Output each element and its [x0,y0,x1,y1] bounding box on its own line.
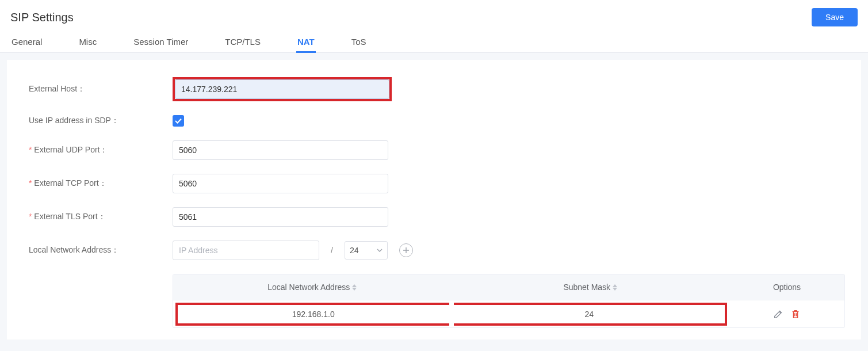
tab-tos[interactable]: ToS [350,31,368,52]
col-addr-header[interactable]: Local Network Address [267,283,350,292]
col-mask-header[interactable]: Subnet Mask [563,283,610,292]
row-mask-highlight: 24 [454,303,728,326]
ext-tcp-input[interactable] [173,174,388,193]
tab-tcp-tls[interactable]: TCP/TLS [224,31,262,52]
tab-nat[interactable]: NAT [296,31,316,52]
row-addr-highlight: 192.168.1.0 [175,303,449,326]
external-host-input[interactable] [175,79,389,99]
subnet-value: 24 [350,246,359,255]
sort-icon[interactable] [352,284,357,291]
save-button[interactable]: Save [812,8,858,26]
ext-udp-label: External UDP Port： [23,145,173,155]
form-panel: External Host： Use IP address in SDP： Ex… [7,60,861,339]
table-header-row: Local Network Address Subnet Mask Option… [173,274,844,300]
use-ip-sdp-label: Use IP address in SDP： [23,116,173,126]
local-net-ip-input[interactable] [173,241,319,260]
ext-tls-input[interactable] [173,207,388,227]
ext-tcp-label: External TCP Port： [23,178,173,189]
row-addr-value: 192.168.1.0 [178,310,449,319]
plus-icon [403,247,410,254]
tab-session-timer[interactable]: Session Timer [132,31,189,52]
ext-tls-label: External TLS Port： [23,212,173,222]
delete-button[interactable] [790,309,801,319]
use-ip-sdp-checkbox[interactable] [173,115,184,127]
local-net-table: Local Network Address Subnet Mask Option… [173,274,845,328]
trash-icon [790,309,801,319]
tabs-bar: General Misc Session Timer TCP/TLS NAT T… [0,31,868,53]
sort-icon[interactable] [613,284,617,291]
local-net-label: Local Network Address： [23,245,173,255]
page-title: SIP Settings [10,11,74,24]
edit-icon [773,309,783,319]
slash-separator: / [325,246,339,255]
add-local-net-button[interactable] [399,243,413,257]
ext-udp-input[interactable] [173,140,388,160]
tab-general[interactable]: General [10,31,43,52]
subnet-select[interactable]: 24 [345,241,388,260]
tab-misc[interactable]: Misc [78,31,98,52]
external-host-highlight [173,77,392,101]
check-icon [175,117,182,124]
col-opts-header: Options [773,283,801,292]
chevron-down-icon [377,249,383,252]
table-row: 192.168.1.0 24 [173,300,844,327]
row-mask-value: 24 [454,310,725,319]
edit-button[interactable] [773,309,783,319]
external-host-label: External Host： [23,84,173,94]
